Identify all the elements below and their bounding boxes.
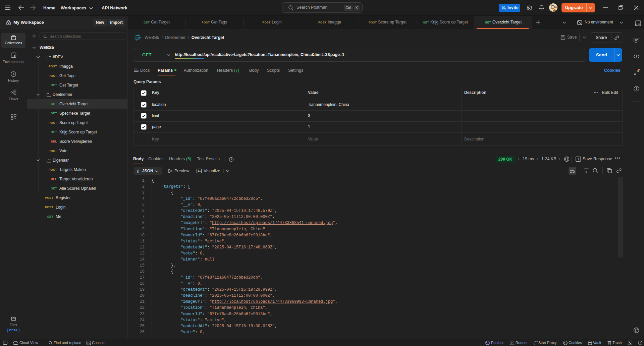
svg-text:HTTP: HTTP — [135, 36, 141, 39]
